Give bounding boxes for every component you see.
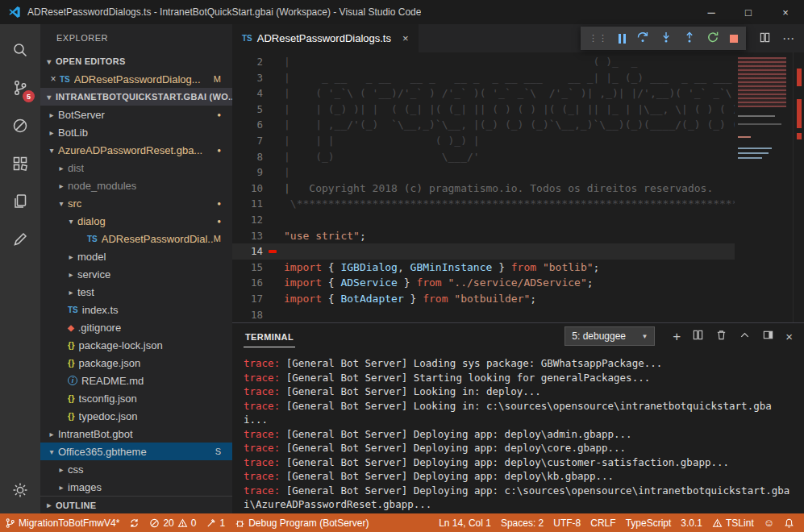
extensions-icon[interactable]: [0, 144, 40, 182]
tab-adresetpassworddialogs[interactable]: TS ADResetPasswordDialogs.ts ×: [232, 24, 419, 52]
cursor-position[interactable]: Ln 14, Col 1: [434, 513, 496, 532]
chevron-right-icon[interactable]: ▸: [55, 465, 68, 474]
workspace-header[interactable]: ▾ INTRANETBOTQUICKSTART.GBAI (WO...: [40, 88, 232, 106]
code-line-14[interactable]: 14: [232, 243, 804, 260]
chevron-down-icon[interactable]: ▾: [55, 199, 68, 208]
debug-icon[interactable]: [0, 106, 40, 144]
chevron-right-icon[interactable]: ▸: [45, 110, 58, 119]
open-editor-item[interactable]: × TS ADResetPasswordDialog... M: [40, 70, 232, 88]
maximize-panel-icon[interactable]: [739, 329, 751, 344]
search-icon[interactable]: [0, 31, 40, 69]
indentation[interactable]: Spaces: 2: [496, 513, 548, 532]
chevron-right-icon[interactable]: ▸: [45, 128, 58, 137]
restart-icon[interactable]: [706, 31, 719, 47]
tree-item-dialog[interactable]: ▾dialog●: [40, 212, 232, 230]
code-line-5[interactable]: 5| | (_) )| | ( (_| |( (_| || ( ) ( ) |(…: [232, 102, 804, 118]
eol-sequence[interactable]: CRLF: [585, 513, 620, 532]
sync-button[interactable]: [124, 513, 144, 532]
tree-item-adresetpassworddial[interactable]: TSADResetPasswordDial...M: [40, 230, 232, 247]
git-branch-status[interactable]: MigrationToBotFmwV4*: [0, 513, 124, 532]
tasks-status[interactable]: 1: [201, 513, 230, 532]
code-editor[interactable]: 2| ( )_ _ |3| _ __ _ __ __ _ __ _ _ __ _…: [232, 52, 804, 322]
close-panel-icon[interactable]: ×: [785, 330, 793, 343]
code-line-4[interactable]: 4| ( '_`\ ( '__)/'_` ) /'_` )( '_` _`\ /…: [232, 85, 804, 102]
tree-item-intranetbot-gbot[interactable]: ▸IntranetBot.gbot: [40, 425, 232, 443]
code-line-7[interactable]: 7| | | ( )_) | |: [232, 133, 804, 149]
drag-grip-icon[interactable]: ⋮⋮: [589, 33, 608, 44]
close-tab-icon[interactable]: ×: [402, 32, 409, 44]
chevron-right-icon[interactable]: ▸: [55, 164, 68, 172]
chevron-right-icon[interactable]: ▸: [55, 483, 68, 492]
code-line-16[interactable]: 16import { ADService } from "../service/…: [232, 275, 804, 291]
tree-item-test[interactable]: ▸test: [40, 283, 232, 301]
tree-item-index-ts[interactable]: TSindex.ts: [40, 301, 232, 318]
step-over-icon[interactable]: [636, 31, 649, 47]
chevron-right-icon[interactable]: ▸: [65, 270, 77, 279]
stop-icon[interactable]: [730, 35, 738, 43]
code-line-3[interactable]: 3| _ __ _ __ __ _ __ _ _ __ ___ __ _| |_…: [232, 70, 804, 86]
chevron-right-icon[interactable]: ▸: [65, 288, 77, 297]
tree-item-service[interactable]: ▸service: [40, 265, 232, 283]
minimize-button[interactable]: ─: [693, 0, 730, 24]
tree-item-tsconfig-json[interactable]: {}tsconfig.json: [40, 389, 232, 407]
edit-icon[interactable]: [0, 220, 40, 258]
tree-item-package-json[interactable]: {}package.json: [40, 354, 232, 372]
tree-item-dist[interactable]: ▸dist: [40, 159, 232, 177]
minimap[interactable]: [735, 52, 793, 322]
terminal-output[interactable]: trace: [General Bot Server] Loading sys …: [232, 349, 804, 513]
debug-status[interactable]: Debug Program (BotServer): [230, 513, 373, 532]
tslint-status[interactable]: TSLint: [707, 513, 759, 532]
kill-terminal-icon[interactable]: [715, 329, 727, 344]
open-editors-header[interactable]: ▾ OPEN EDITORS: [40, 52, 232, 70]
tree-item-office365-gbtheme[interactable]: ▾Office365.gbthemeS: [40, 443, 232, 460]
toggle-panel-icon[interactable]: [762, 329, 774, 344]
chevron-right-icon[interactable]: ▸: [55, 181, 68, 190]
outline-header[interactable]: ▸ OUTLINE: [40, 496, 232, 513]
chevron-right-icon[interactable]: ▸: [45, 430, 58, 438]
typescript-version[interactable]: 3.0.1: [676, 513, 707, 532]
pause-icon[interactable]: [619, 34, 626, 44]
code-line-10[interactable]: 10| Copyright 2018 (c) pragmatismo.io. T…: [232, 181, 804, 197]
new-terminal-icon[interactable]: +: [673, 330, 681, 343]
tree-item-typedoc-json[interactable]: {}typedoc.json: [40, 407, 232, 425]
code-line-6[interactable]: 6| | ,__/'(_) `\__,_)`\__, |(_) (_) (_)`…: [232, 117, 804, 133]
split-editor-icon[interactable]: [759, 31, 771, 46]
tree-item-package-lock-json[interactable]: {}package-lock.json: [40, 336, 232, 354]
code-line-11[interactable]: 11 \************************************…: [232, 196, 804, 212]
problems-status[interactable]: 20 0: [144, 513, 201, 532]
settings-gear-icon[interactable]: [0, 471, 40, 509]
language-mode[interactable]: TypeScript: [621, 513, 677, 532]
chevron-down-icon[interactable]: ▾: [65, 217, 77, 226]
close-button[interactable]: ×: [767, 0, 804, 24]
code-line-17[interactable]: 17import { BotAdapter } from "botbuilder…: [232, 291, 804, 307]
tree-item-images[interactable]: ▸images: [40, 478, 232, 496]
more-actions-icon[interactable]: ⋯: [782, 31, 794, 46]
code-line-12[interactable]: 12: [232, 212, 804, 228]
code-line-13[interactable]: 13"use strict";: [232, 228, 804, 244]
feedback-smiley[interactable]: ☺: [759, 513, 779, 532]
step-out-icon[interactable]: [683, 31, 696, 47]
tree-item-css[interactable]: ▸css: [40, 460, 232, 478]
close-editor-icon[interactable]: ×: [47, 73, 60, 85]
tree-item-azureadpasswordreset-gba[interactable]: ▾AzureADPasswordReset.gba...●: [40, 141, 232, 159]
code-line-9[interactable]: 9| |: [232, 164, 804, 181]
chevron-down-icon[interactable]: ▾: [45, 146, 58, 155]
terminal-dropdown[interactable]: 5: debuggee ▼: [564, 326, 655, 346]
tree-item-botserver[interactable]: ▸BotServer●: [40, 106, 232, 123]
chevron-down-icon[interactable]: ▾: [45, 447, 58, 456]
notifications-bell[interactable]: [779, 513, 799, 532]
split-terminal-icon[interactable]: [692, 329, 704, 344]
source-control-icon[interactable]: 5: [0, 69, 40, 106]
tree-item-readme-md[interactable]: iREADME.md: [40, 372, 232, 389]
tree-item-botlib[interactable]: ▸BotLib: [40, 123, 232, 141]
code-line-15[interactable]: 15import { IGBDialog, GBMinInstance } fr…: [232, 260, 804, 276]
encoding[interactable]: UTF-8: [548, 513, 585, 532]
maximize-button[interactable]: □: [730, 0, 767, 24]
chevron-right-icon[interactable]: ▸: [65, 252, 77, 261]
tree-item-src[interactable]: ▾src●: [40, 194, 232, 212]
vscode-logo-icon[interactable]: [8, 6, 21, 19]
tree-item-node-modules[interactable]: ▸node_modules: [40, 177, 232, 194]
files-icon[interactable]: [0, 182, 40, 220]
code-line-8[interactable]: 8| (_) \___/' |: [232, 149, 804, 165]
tab-terminal[interactable]: TERMINAL: [244, 326, 295, 347]
